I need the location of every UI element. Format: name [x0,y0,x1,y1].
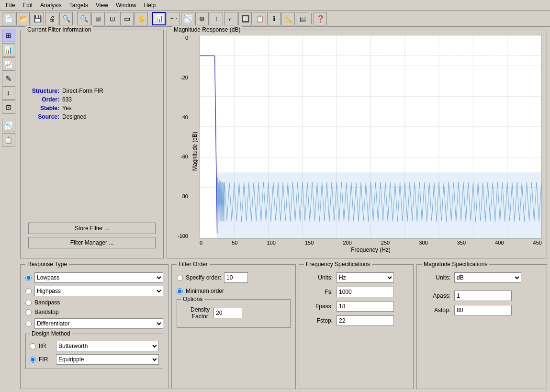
freq-spec-title: Frequency Specifications [304,261,372,268]
filter-order-box: Filter Order Specify order: Minimum orde… [171,264,296,389]
sidebar-icon-1[interactable]: ⊞ [2,29,15,42]
sidebar-icon-6[interactable]: ⊡ [2,101,15,114]
source-label: Source: [28,113,59,120]
lowpass-radio[interactable] [25,275,32,281]
y-tick-0: 0 [172,35,188,41]
astop-input[interactable] [454,305,512,315]
highpass-item: Highpass [25,286,163,296]
menu-file[interactable]: File [2,1,19,10]
options-title: Options [181,296,204,302]
fstop-input[interactable] [337,315,394,326]
open-button[interactable]: 📂 [16,12,30,25]
pan-button[interactable]: ✋ [135,12,148,25]
filter-info-button[interactable]: ℹ [267,12,281,25]
left-sidebar: ⊞ 📊 📈 ✎ ↕ ⊡ 📉 📋 [0,27,17,392]
step-button[interactable]: ⌐ [224,12,237,25]
sidebar-icon-7[interactable]: 📉 [2,119,15,132]
y-tick-4: -80 [172,193,188,199]
astop-row: Astop: [422,305,542,315]
chart-inner: 0 -20 -40 -60 -80 -100 Magnitude (dB) [172,35,542,253]
structure-label: Structure: [28,88,59,94]
grp-delay-button[interactable]: 📉 [181,12,194,25]
zoom-in-button[interactable]: 🔍 [77,12,90,25]
fpass-input[interactable] [337,301,394,312]
mag-response-button[interactable]: 📊 [152,12,166,25]
order-prop: Order: 633 [28,96,156,103]
freq-spec-box: Frequency Specifications Units: Hz kHz M… [299,264,414,389]
chart-plot[interactable] [200,35,542,239]
fir-label: FIR [39,356,53,363]
sidebar-icon-5[interactable]: ↕ [2,86,15,100]
highpass-select[interactable]: Highpass [34,286,163,296]
iir-label: IIR [39,343,53,349]
y-tick-5: -100 [172,233,188,239]
print-preview-button[interactable]: 🔍 [59,12,73,25]
help-button[interactable]: ❓ [314,12,327,25]
store-filter-button[interactable]: Store Filter ... [28,223,156,234]
chart-title: Magnitude Response (dB) [172,26,242,33]
response-type-box: Response Type Lowpass Highpass [20,264,168,389]
source-prop: Source: Designed [28,113,156,120]
export-button[interactable]: ▤ [296,12,309,25]
save-button[interactable]: 💾 [31,12,44,25]
filter-info-title: Current Filter Information [25,26,93,33]
units-row: Units: Hz kHz MHz Normalized [304,272,408,283]
fir-method-select[interactable]: Equiripple Least-squares Window [56,354,159,365]
phase-response-button[interactable]: 〰 [167,12,180,25]
mag-spec-box: Magnitude Specifications Units: dB Linea… [416,264,547,389]
differentiator-select[interactable]: Differentiator [34,318,163,329]
iir-radio[interactable] [30,343,36,349]
pole-zero-button[interactable]: ⊕ [195,12,209,25]
differentiator-radio[interactable] [25,321,32,327]
filter-manager-button[interactable]: Filter Manager ... [28,237,156,248]
new-button[interactable]: 📄 [2,12,15,25]
fs-input[interactable] [337,287,394,297]
filter-order-title: Filter Order [177,261,210,268]
sidebar-icon-2[interactable]: 📊 [2,43,15,56]
menu-targets[interactable]: Targets [66,1,92,10]
spec-mask-button[interactable]: 🔲 [238,12,252,25]
mag-units-select[interactable]: dB Linear [454,272,521,283]
x-tick-4: 200 [343,240,351,246]
zoom-fit-button[interactable]: ⊡ [106,12,119,25]
bandstop-radio[interactable] [25,309,32,315]
density-input[interactable] [213,308,242,318]
menu-edit[interactable]: Edit [19,1,36,10]
menu-view[interactable]: View [92,1,112,10]
iir-method-select[interactable]: Butterworth Chebyshev I Chebyshev II Ell… [56,341,159,351]
menu-help[interactable]: Help [140,1,160,10]
density-label: Density Factor: [181,306,210,320]
structure-value: Direct-Form FIR [62,88,103,94]
stable-label: Stable: [28,105,59,112]
structure-prop: Structure: Direct-Form FIR [28,88,156,94]
lowpass-select[interactable]: Lowpass [34,272,163,283]
sidebar-icon-3[interactable]: 📈 [2,57,15,71]
fir-radio[interactable] [30,357,36,363]
bandpass-radio[interactable] [25,300,32,306]
zoom-reset-button[interactable]: ⊞ [91,12,105,25]
sidebar-icon-8[interactable]: 📋 [2,133,15,146]
zoom-rect-button[interactable]: ▭ [120,12,134,25]
menu-analysis[interactable]: Analysis [36,1,66,10]
print-button[interactable]: 🖨 [45,12,58,25]
filter-coeff-button[interactable]: 📋 [253,12,266,25]
x-tick-5: 250 [381,240,390,246]
freq-units-select[interactable]: Hz kHz MHz Normalized [337,272,394,283]
sidebar-icon-4[interactable]: ✎ [2,72,15,85]
order-value: 633 [62,96,72,103]
freq-units-label: Units: [304,274,333,281]
specify-order-radio[interactable] [177,275,183,281]
minimum-order-radio[interactable] [177,288,183,294]
specify-order-input[interactable] [224,272,248,283]
response-type-title: Response Type [25,261,69,268]
specify-order-label: Specify order: [186,274,221,281]
response-type-group: Lowpass Highpass Bandpass [25,272,163,329]
x-tick-6: 300 [419,240,427,246]
apass-input[interactable] [454,291,512,301]
svg-line-16 [215,56,217,233]
iir-item: IIR Butterworth Chebyshev I Chebyshev II… [30,341,159,351]
menu-window[interactable]: Window [112,1,140,10]
highpass-radio[interactable] [25,288,32,294]
round-off-button[interactable]: 📐 [281,12,295,25]
impulse-button[interactable]: ↑ [210,12,223,25]
